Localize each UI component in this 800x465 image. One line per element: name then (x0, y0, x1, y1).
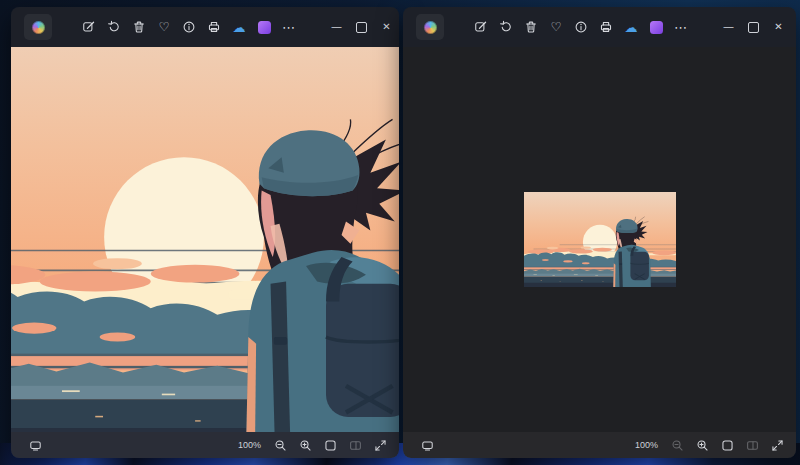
zoom-out-button[interactable] (668, 436, 686, 454)
close-button[interactable]: ✕ (766, 14, 791, 40)
close-icon: ✕ (774, 22, 782, 32)
print-icon (207, 20, 221, 34)
edit-button[interactable] (470, 16, 492, 38)
filmstrip-icon (29, 439, 42, 452)
minimize-icon: — (332, 22, 342, 32)
statusbar-right: 100% (403, 432, 796, 458)
info-button[interactable] (570, 16, 592, 38)
toolbar-left: ♡ ☁ ⋯ (78, 16, 300, 38)
fullscreen-button[interactable] (371, 436, 389, 454)
info-icon (182, 20, 196, 34)
photos-logo-icon (424, 21, 437, 34)
more-button[interactable]: ⋯ (670, 16, 692, 38)
edit-button[interactable] (78, 16, 100, 38)
print-icon (599, 20, 613, 34)
favorite-button[interactable]: ♡ (545, 16, 567, 38)
filmstrip-icon (421, 439, 434, 452)
minimize-icon: — (724, 22, 734, 32)
designer-button[interactable] (253, 16, 275, 38)
zoom-level-label: 100% (635, 440, 658, 450)
more-ellipsis-icon: ⋯ (674, 21, 688, 34)
fullscreen-icon (771, 439, 784, 452)
rotate-button[interactable] (495, 16, 517, 38)
maximize-button[interactable] (741, 14, 766, 40)
photos-app-button[interactable] (24, 14, 52, 40)
window-controls-right: — ✕ (716, 14, 791, 40)
zoom-out-icon (671, 439, 684, 452)
more-button[interactable]: ⋯ (278, 16, 300, 38)
titlebar-right: sunset-7628294_640.jpg ♡ ☁ (403, 7, 796, 47)
filmstrip-toggle-button[interactable] (26, 436, 44, 454)
fit-to-window-button[interactable] (321, 436, 339, 454)
designer-button[interactable] (645, 16, 667, 38)
zoom-in-icon (696, 439, 709, 452)
delete-icon (132, 20, 146, 34)
edit-icon (82, 20, 96, 34)
designer-icon (258, 21, 271, 34)
info-button[interactable] (178, 16, 200, 38)
print-button[interactable] (595, 16, 617, 38)
delete-button[interactable] (520, 16, 542, 38)
compare-view-icon (746, 439, 759, 452)
compare-view-button[interactable] (346, 436, 364, 454)
delete-icon (524, 20, 538, 34)
photos-window-right: sunset-7628294_640.jpg ♡ ☁ (403, 7, 796, 458)
edit-icon (474, 20, 488, 34)
photos-app-button[interactable] (416, 14, 444, 40)
onedrive-cloud-icon: ☁ (233, 21, 246, 34)
fit-to-window-button[interactable] (718, 436, 736, 454)
fullscreen-icon (374, 439, 387, 452)
heart-icon: ♡ (550, 21, 561, 34)
sunset-photo-thumbnail[interactable] (524, 192, 676, 287)
rotate-button[interactable] (103, 16, 125, 38)
zoom-in-icon (299, 439, 312, 452)
photo-canvas-zoomed[interactable] (11, 47, 399, 432)
photos-logo-icon (32, 21, 45, 34)
print-button[interactable] (203, 16, 225, 38)
statusbar-left: 100% (11, 432, 399, 458)
window-controls-left: — ✕ (324, 14, 399, 40)
maximize-icon (356, 22, 367, 33)
rotate-icon (107, 20, 121, 34)
maximize-button[interactable] (349, 14, 374, 40)
minimize-button[interactable]: — (716, 14, 741, 40)
fit-to-window-icon (721, 439, 734, 452)
designer-icon (650, 21, 663, 34)
compare-view-icon (349, 439, 362, 452)
favorite-button[interactable]: ♡ (153, 16, 175, 38)
zoom-in-button[interactable] (296, 436, 314, 454)
zoom-out-icon (274, 439, 287, 452)
zoom-in-button[interactable] (693, 436, 711, 454)
photos-window-left: sunset-7628294_640 (1).jpg ♡ ☁ (11, 7, 399, 458)
onedrive-cloud-icon: ☁ (625, 21, 638, 34)
zoom-cluster-left: 100% (238, 436, 389, 454)
heart-icon: ♡ (158, 21, 169, 34)
titlebar-left: sunset-7628294_640 (1).jpg ♡ ☁ (11, 7, 399, 47)
fullscreen-button[interactable] (768, 436, 786, 454)
sunset-photo (11, 47, 399, 432)
onedrive-button[interactable]: ☁ (228, 16, 250, 38)
compare-view-button[interactable] (743, 436, 761, 454)
more-ellipsis-icon: ⋯ (282, 21, 296, 34)
close-icon: ✕ (382, 22, 390, 32)
onedrive-button[interactable]: ☁ (620, 16, 642, 38)
photo-canvas-fit[interactable] (403, 47, 796, 432)
zoom-cluster-right: 100% (635, 436, 786, 454)
zoom-out-button[interactable] (271, 436, 289, 454)
fit-to-window-icon (324, 439, 337, 452)
toolbar-right: ♡ ☁ ⋯ (470, 16, 692, 38)
info-icon (574, 20, 588, 34)
rotate-icon (499, 20, 513, 34)
filmstrip-toggle-button[interactable] (418, 436, 436, 454)
zoom-level-label: 100% (238, 440, 261, 450)
maximize-icon (748, 22, 759, 33)
delete-button[interactable] (128, 16, 150, 38)
close-button[interactable]: ✕ (374, 14, 399, 40)
minimize-button[interactable]: — (324, 14, 349, 40)
